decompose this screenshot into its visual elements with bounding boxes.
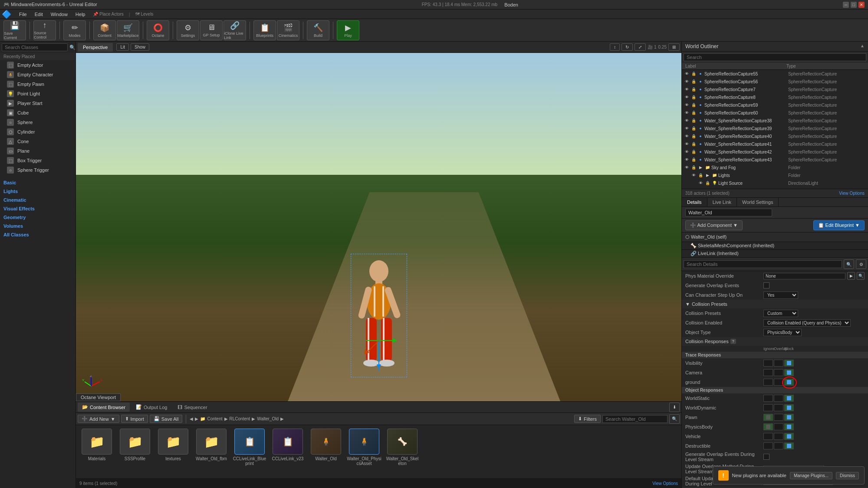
left-panel-item-point-light[interactable]: 💡 Point Light	[0, 89, 76, 98]
left-panel-item-empty-pawn[interactable]: ⬚ Empty Pawn	[0, 79, 76, 89]
section-cinematic[interactable]: Cinematic	[0, 196, 76, 204]
ws-overlap[interactable]	[774, 395, 783, 402]
settings-button[interactable]: ⚙ Settings	[177, 20, 199, 40]
build-button[interactable]: 🔨 Build	[307, 20, 329, 40]
details-tab-details[interactable]: Details	[682, 198, 707, 206]
actor-name-input[interactable]	[685, 209, 772, 216]
pawn-overlap[interactable]	[774, 414, 783, 421]
details-tab-world[interactable]: World Settings	[737, 198, 779, 206]
recently-placed-header[interactable]: Recently Placed	[0, 53, 76, 60]
ground-block[interactable]	[784, 379, 794, 386]
asset-sssprofile[interactable]: 📁 SSSProfile	[118, 429, 152, 475]
asset-walter-old-fbm[interactable]: 📁 Walter_Old_fbm	[194, 429, 229, 475]
output-log-tab[interactable]: 📝 Output Log	[132, 403, 171, 412]
section-volumes[interactable]: Volumes	[0, 222, 76, 230]
marketplace-button[interactable]: 🛒 Marketplace	[117, 20, 139, 40]
blueprints-button[interactable]: 📋 Blueprints	[253, 20, 276, 40]
collision-presets-dropdown[interactable]: Custom	[763, 310, 798, 317]
asset-walter-physics[interactable]: 🧍 Walter_Old_PhysicsAsset	[347, 429, 381, 475]
outliner-row-lights[interactable]: 👁🔒 ▶ 📁 Lights Folder	[682, 171, 868, 179]
octane-viewport-tab[interactable]: Octane Viewport	[76, 393, 121, 401]
details-search-input[interactable]	[684, 260, 842, 268]
dest-overlap[interactable]	[774, 442, 783, 449]
left-panel-item-sphere[interactable]: ○ Sphere	[0, 118, 76, 127]
gp-setup-button[interactable]: 🖥 GP Setup	[200, 20, 223, 40]
camera-ignore[interactable]	[763, 369, 773, 376]
search-classes-input[interactable]	[2, 43, 68, 51]
bottom-panel-collapse-button[interactable]: ⬇	[669, 403, 680, 412]
outliner-row-water42[interactable]: 👁🔒 ● Water_SphereReflectionCapture42 Sph…	[682, 148, 868, 156]
viewport-translate-button[interactable]: ↕	[610, 43, 620, 51]
camera-block[interactable]	[784, 369, 794, 376]
cinematics-button[interactable]: 🎬 Cinematics	[277, 20, 299, 40]
outliner-row-water41[interactable]: 👁🔒 ● Water_SphereReflectionCapture41 Sph…	[682, 140, 868, 148]
asset-cclivelink-v23[interactable]: 📋 CCLiveLink_v23	[270, 429, 305, 475]
breadcrumb-content[interactable]: Content	[207, 416, 222, 421]
visibility-overlap[interactable]	[774, 360, 783, 367]
sequencer-tab[interactable]: 🎞 Sequencer	[173, 403, 211, 412]
pawn-block[interactable]	[784, 414, 794, 421]
outliner-row-sphere7[interactable]: 👁🔒 ● SphereReflectionCapture7 SphereRefl…	[682, 85, 868, 93]
breadcrumb-rlcontent[interactable]: RLContent	[230, 416, 250, 421]
outliner-search-input[interactable]	[684, 53, 866, 61]
left-panel-item-empty-actor[interactable]: ⬚ Empty Actor	[0, 60, 76, 70]
search-button[interactable]: 🔍	[669, 414, 680, 424]
outliner-row-water39[interactable]: 👁🔒 ● Water_SphereReflectionCapture39 Sph…	[682, 124, 868, 132]
ground-ignore[interactable]	[763, 379, 773, 386]
pb-ignore[interactable]	[763, 423, 773, 430]
manage-plugins-button[interactable]: Manage Plugins...	[790, 472, 832, 479]
viewport-rotate-button[interactable]: ↻	[621, 43, 633, 51]
maximize-button[interactable]: □	[851, 2, 857, 8]
wd-ignore[interactable]	[763, 404, 773, 411]
outliner-row-water40[interactable]: 👁🔒 ● Water_SphereReflectionCapture40 Sph…	[682, 132, 868, 140]
outliner-row-water38[interactable]: 👁🔒 ● Water_SphereReflectionCapture38 Sph…	[682, 117, 868, 124]
play-button[interactable]: ▶ Play	[337, 20, 359, 40]
veh-overlap[interactable]	[774, 433, 783, 440]
menu-window[interactable]: Window	[47, 11, 71, 18]
outliner-row-water43[interactable]: 👁🔒 ● Water_SphereReflectionCapture43 Sph…	[682, 156, 868, 164]
forward-button[interactable]: ▶	[195, 416, 198, 421]
left-panel-item-cylinder[interactable]: ⬡ Cylinder	[0, 127, 76, 137]
details-options-button[interactable]: ⚙	[856, 259, 866, 269]
section-geometry[interactable]: Geometry	[0, 213, 76, 222]
dest-ignore[interactable]	[763, 442, 773, 449]
asset-textures[interactable]: 📁 textures	[156, 429, 191, 475]
left-panel-item-plane[interactable]: ▭ Plane	[0, 146, 76, 156]
outliner-row-sphere60[interactable]: 👁🔒 ● SphereReflectionCapture60 SphereRef…	[682, 109, 868, 117]
collision-responses-info[interactable]: ?	[730, 339, 736, 344]
left-panel-item-box-trigger[interactable]: ⬚ Box Trigger	[0, 156, 76, 165]
phys-material-arrow-button[interactable]: ▶	[847, 272, 855, 280]
breadcrumb-walter[interactable]: Walter_Old	[257, 416, 279, 421]
veh-block[interactable]	[784, 433, 794, 440]
component-skeletal[interactable]: 🦴 SkeletalMeshComponent (Inherited)	[682, 242, 868, 250]
outliner-row-sphere8[interactable]: 👁🔒 ● SphereReflectionCapture8 SphereRefl…	[682, 93, 868, 101]
left-panel-item-empty-character[interactable]: 🧍 Empty Character	[0, 70, 76, 79]
viewport-maximize-button[interactable]: ⊞	[668, 43, 680, 51]
visibility-ignore[interactable]	[763, 360, 773, 367]
camera-overlap[interactable]	[774, 369, 783, 376]
collision-enabled-dropdown[interactable]: Collision Enabled (Query and Physics)	[763, 319, 851, 327]
dest-block[interactable]	[784, 442, 794, 449]
phys-material-input[interactable]: None	[763, 273, 845, 279]
outliner-row-sphere59[interactable]: 👁🔒 ● SphereReflectionCapture59 SphereRef…	[682, 101, 868, 109]
menu-file[interactable]: File	[16, 11, 30, 18]
phys-material-search-button[interactable]: 🔍	[857, 272, 865, 280]
left-panel-item-sphere-trigger[interactable]: ○ Sphere Trigger	[0, 165, 76, 175]
ground-overlap[interactable]	[774, 379, 783, 386]
asset-cclivelink-blueprint[interactable]: 📋 CCLiveLink_Blueprint	[232, 429, 267, 475]
outliner-row-sphere56[interactable]: 👁🔒 ● SphereReflectionCapture56 SphereRef…	[682, 78, 868, 85]
content-button[interactable]: 📦 Content	[93, 20, 116, 40]
search-input[interactable]	[602, 415, 667, 423]
pawn-ignore[interactable]	[763, 414, 773, 421]
pb-overlap[interactable]	[774, 423, 783, 430]
add-component-button[interactable]: ➕ Add Component ▼	[685, 220, 743, 230]
outliner-row-sky-fog[interactable]: 👁🔒 ▶ 📁 Sky and Fog Folder	[682, 164, 868, 171]
source-control-button[interactable]: ↑ Source Control	[33, 20, 56, 40]
filters-button[interactable]: ⬇ Filters	[574, 415, 601, 423]
minimize-button[interactable]: ─	[843, 2, 849, 8]
menu-edit[interactable]: Edit	[31, 11, 46, 18]
view-options-link[interactable]: View Options	[652, 481, 678, 486]
section-visual-effects[interactable]: Visual Effects	[0, 204, 76, 213]
viewport-show-button[interactable]: Show	[131, 43, 149, 51]
content-browser-tab[interactable]: 📂 Content Browser	[78, 403, 130, 412]
